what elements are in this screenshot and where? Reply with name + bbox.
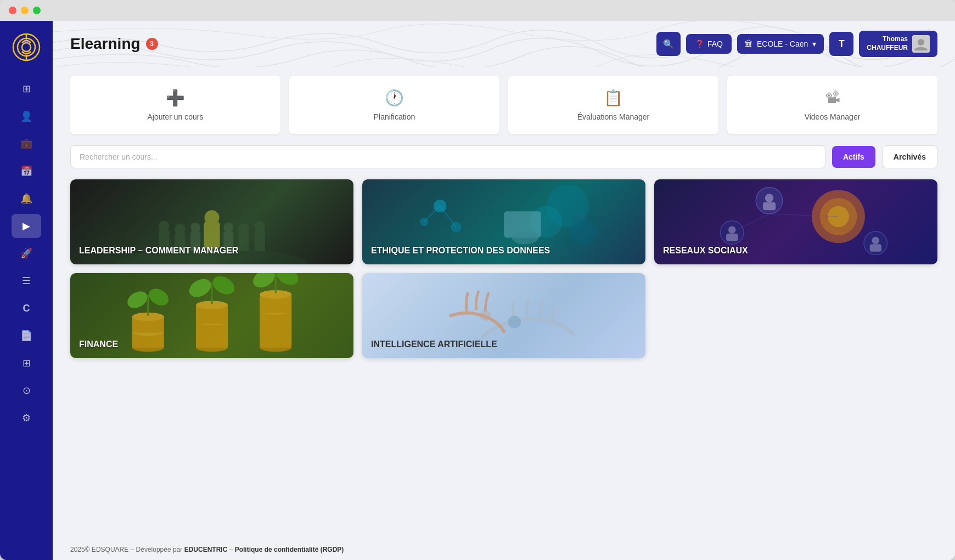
sidebar-item-settings[interactable]: ⚙ (12, 406, 41, 430)
sidebar-item-users[interactable]: 👤 (12, 104, 41, 128)
initial-button[interactable]: T (829, 32, 853, 56)
grid-icon: ⊞ (23, 357, 31, 369)
course-card-ethique[interactable]: ETHIQUE ET PROTECTION DES DONNEES (362, 179, 645, 264)
faq-button[interactable]: ❓ FAQ (686, 34, 732, 54)
svg-point-15 (190, 222, 200, 231)
sidebar-item-grid[interactable]: ⊞ (12, 351, 41, 375)
title-text: Elearning (70, 35, 141, 53)
svg-point-26 (512, 231, 538, 244)
sidebar-item-calendar[interactable]: 📅 (12, 159, 41, 183)
app-body: ⊞ 👤 💼 📅 🔔 ▶ 🚀 ☰ C (0, 21, 955, 560)
footer-link-rgdp[interactable]: Politique de confidentialité (RGDP) (235, 546, 344, 553)
footer-text: 2025© EDSQUARE – Développée par EDUCENTR… (70, 546, 344, 553)
maximize-dot[interactable] (33, 7, 41, 14)
course-card-finance[interactable]: FINANCE (70, 273, 353, 358)
action-card-planification[interactable]: 🕐 Planification (289, 76, 499, 134)
avatar (912, 35, 930, 53)
svg-rect-57 (260, 310, 291, 348)
filter-archived-button[interactable]: Archivés (882, 145, 937, 168)
course-card-leadership[interactable]: LEADERSHIP – COMMENT MANAGER (70, 179, 353, 264)
svg-point-71 (480, 310, 490, 321)
search-icon: 🔍 (663, 39, 674, 49)
settings-icon: ⚙ (22, 412, 31, 424)
course-card-ia[interactable]: INTELLIGENCE ARTIFICIELLE (362, 273, 645, 358)
svg-point-42 (872, 237, 880, 245)
svg-point-62 (125, 288, 150, 312)
course-title-leadership: LEADERSHIP – COMMENT MANAGER (79, 245, 238, 256)
header: Elearning 3 🔍 ❓ FAQ 🏛 ECOLE - Caen ▾ (53, 21, 955, 67)
videos-label: Videos Manager (805, 112, 861, 121)
clipboard-icon: 📋 (604, 89, 623, 107)
content-area: ➕ Ajouter un cours 🕐 Planification 📋 Éva… (53, 67, 955, 539)
sidebar: ⊞ 👤 💼 📅 🔔 ▶ 🚀 ☰ C (0, 21, 53, 560)
search-input[interactable] (70, 145, 825, 168)
course-title-reseaux: RESEAUX SOCIAUX (663, 245, 748, 256)
action-card-evaluations[interactable]: 📋 Évaluations Manager (508, 76, 718, 134)
svg-point-66 (210, 273, 238, 298)
svg-point-24 (570, 219, 597, 246)
sidebar-item-list[interactable]: ☰ (12, 269, 41, 293)
svg-point-11 (159, 221, 169, 231)
svg-point-9 (204, 210, 219, 225)
search-button[interactable]: 🔍 (656, 32, 681, 56)
rocket-icon: 🚀 (20, 247, 32, 259)
sidebar-item-support[interactable]: ⊙ (12, 378, 41, 403)
chevron-down-icon: ▾ (812, 39, 816, 48)
minimize-dot[interactable] (21, 7, 29, 14)
courses-grid: LEADERSHIP – COMMENT MANAGER (70, 179, 937, 358)
add-course-label: Ajouter un cours (148, 112, 204, 121)
notification-badge: 3 (146, 38, 158, 50)
course-title-ethique: ETHIQUE ET PROTECTION DES DONNEES (371, 245, 550, 256)
sidebar-item-document[interactable]: 📄 (12, 324, 41, 348)
user-initial: T (839, 38, 845, 50)
planification-label: Planification (374, 112, 415, 121)
logo[interactable] (11, 32, 42, 63)
school-icon: 🏛 (745, 39, 752, 48)
faq-label: FAQ (707, 39, 723, 48)
svg-point-2 (22, 43, 31, 52)
school-label: ECOLE - Caen (757, 39, 808, 48)
course-bg-ia: INTELLIGENCE ARTIFICIELLE (362, 273, 645, 358)
question-icon: ❓ (695, 39, 704, 48)
app-window: ⊞ 👤 💼 📅 🔔 ▶ 🚀 ☰ C (0, 0, 955, 560)
svg-rect-8 (204, 222, 220, 248)
filter-active-button[interactable]: Actifs (832, 146, 875, 168)
list-icon: ☰ (22, 275, 31, 287)
svg-point-63 (146, 285, 172, 309)
header-actions: 🔍 ❓ FAQ 🏛 ECOLE - Caen ▾ T (656, 31, 937, 57)
school-button[interactable]: 🏛 ECOLE - Caen ▾ (737, 34, 824, 54)
svg-point-6 (918, 39, 924, 46)
page-title: Elearning 3 (70, 35, 158, 53)
svg-point-68 (250, 273, 278, 291)
course-title-finance: FINANCE (79, 339, 118, 349)
course-bg-finance: FINANCE (70, 273, 353, 358)
main-content: Elearning 3 🔍 ❓ FAQ 🏛 ECOLE - Caen ▾ (53, 21, 955, 560)
sidebar-item-media[interactable]: ▶ (12, 214, 41, 238)
footer: 2025© EDSQUARE – Développée par EDUCENTR… (53, 539, 955, 560)
support-icon: ⊙ (23, 384, 31, 397)
sidebar-item-notifications[interactable]: 🔔 (12, 186, 41, 211)
play-icon: ▶ (23, 220, 30, 232)
action-card-videos[interactable]: 📽 Videos Manager (727, 76, 937, 134)
quick-actions-grid: ➕ Ajouter un cours 🕐 Planification 📋 Éva… (70, 76, 937, 134)
close-dot[interactable] (9, 7, 16, 14)
action-card-add-course[interactable]: ➕ Ajouter un cours (70, 76, 280, 134)
footer-link-educentric[interactable]: EDUCENTRIC (184, 546, 228, 553)
svg-point-65 (186, 275, 214, 301)
svg-point-17 (223, 222, 233, 231)
sidebar-item-launch[interactable]: 🚀 (12, 241, 41, 265)
titlebar (0, 0, 955, 21)
svg-rect-40 (726, 234, 738, 241)
user-button[interactable]: Thomas CHAUFFEUR (859, 31, 937, 57)
course-card-reseaux[interactable]: RESEAUX SOCIAUX (654, 179, 937, 264)
search-filter-row: Actifs Archivés (70, 145, 937, 168)
evaluations-label: Évaluations Manager (577, 112, 650, 121)
sidebar-item-briefcase[interactable]: 💼 (12, 132, 41, 156)
c-icon: C (23, 303, 30, 314)
svg-point-36 (765, 194, 774, 202)
briefcase-icon: 💼 (20, 138, 32, 150)
sidebar-item-c[interactable]: C (12, 296, 41, 320)
course-title-ia: INTELLIGENCE ARTIFICIELLE (371, 339, 497, 349)
sidebar-item-dashboard[interactable]: ⊞ (12, 77, 41, 101)
add-icon: ➕ (166, 89, 185, 107)
